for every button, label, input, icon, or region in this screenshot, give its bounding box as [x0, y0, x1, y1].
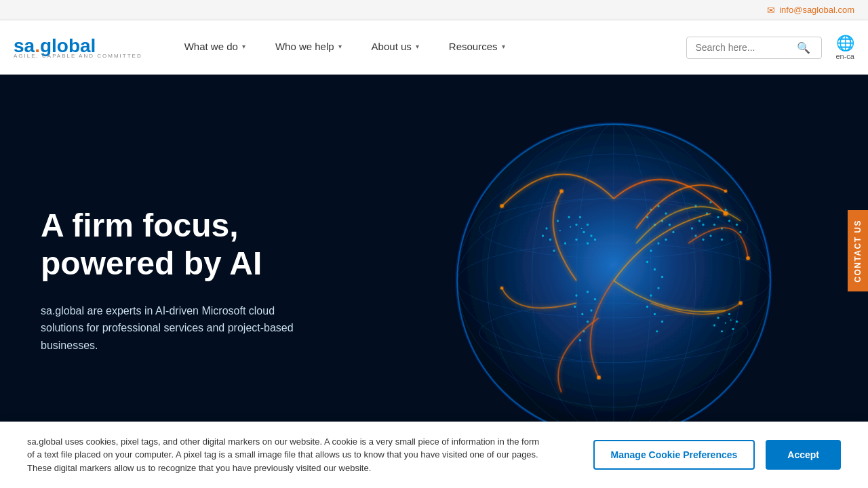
svg-point-83 — [579, 339, 581, 341]
chevron-down-icon: ▾ — [416, 43, 419, 50]
svg-point-69 — [736, 321, 738, 323]
svg-point-15 — [575, 224, 577, 226]
svg-point-21 — [542, 235, 544, 237]
svg-point-19 — [553, 249, 555, 251]
email-icon: ✉ — [767, 5, 775, 16]
svg-point-22 — [579, 216, 581, 218]
svg-point-45 — [650, 294, 652, 296]
svg-point-71 — [721, 330, 723, 332]
svg-point-78 — [590, 309, 592, 311]
chevron-down-icon: ▾ — [338, 43, 342, 50]
svg-point-75 — [575, 294, 577, 296]
svg-point-13 — [557, 220, 559, 222]
navbar: sa.global AGILE, CAPABLE AND COMMITTED W… — [0, 20, 868, 75]
svg-point-84 — [724, 211, 728, 216]
accept-cookies-button[interactable]: Accept — [766, 440, 841, 470]
svg-point-70 — [732, 328, 734, 330]
chevron-down-icon: ▾ — [502, 43, 505, 50]
globe-icon: 🌐 — [836, 35, 854, 52]
svg-point-40 — [650, 249, 652, 251]
svg-point-36 — [669, 224, 671, 226]
search-button[interactable]: 🔍 — [797, 41, 810, 54]
hero-title: A firm focus, powered by AI — [41, 207, 312, 281]
svg-point-51 — [709, 201, 711, 203]
cookie-buttons: Manage Cookie Preferences Accept — [593, 440, 841, 470]
svg-point-73 — [725, 323, 726, 324]
svg-point-79 — [581, 313, 583, 315]
language-selector[interactable]: 🌐 en-ca — [835, 35, 854, 60]
svg-point-67 — [717, 317, 719, 319]
svg-point-38 — [665, 239, 667, 241]
svg-point-32 — [665, 212, 667, 214]
svg-point-60 — [709, 235, 711, 237]
svg-point-53 — [717, 216, 719, 218]
svg-point-47 — [654, 313, 656, 315]
cookie-banner: sa.global uses cookies, pixel tags, and … — [0, 422, 868, 489]
svg-point-16 — [583, 231, 585, 233]
nav-right: 🔍 🌐 en-ca — [686, 35, 854, 60]
language-text: en-ca — [835, 52, 854, 60]
svg-point-58 — [713, 224, 715, 226]
svg-point-81 — [587, 321, 589, 323]
svg-point-25 — [587, 242, 589, 244]
svg-point-27 — [559, 230, 561, 231]
svg-point-48 — [661, 321, 663, 323]
svg-point-77 — [594, 298, 596, 300]
svg-point-85 — [500, 204, 504, 208]
svg-point-56 — [691, 227, 693, 229]
nav-item-resources[interactable]: Resources ▾ — [434, 20, 520, 75]
svg-point-76 — [587, 291, 589, 293]
search-input[interactable] — [695, 42, 797, 53]
svg-point-74 — [730, 319, 732, 321]
svg-point-24 — [590, 235, 592, 237]
svg-point-66 — [739, 231, 741, 233]
svg-point-49 — [656, 330, 658, 332]
svg-point-52 — [724, 209, 726, 211]
svg-point-28 — [570, 226, 571, 228]
email-text: info@saglobal.com — [779, 5, 854, 15]
svg-point-37 — [672, 231, 674, 233]
svg-point-64 — [728, 220, 730, 222]
svg-point-44 — [657, 287, 659, 289]
nav-links: What we do ▾ Who we help ▾ About us ▾ Re… — [170, 20, 687, 75]
svg-point-26 — [594, 239, 596, 241]
manage-cookies-button[interactable]: Manage Cookie Preferences — [593, 440, 755, 470]
svg-point-89 — [738, 301, 743, 305]
svg-point-14 — [568, 216, 570, 218]
svg-point-86 — [746, 256, 750, 260]
svg-point-17 — [575, 239, 577, 241]
nav-item-about-us[interactable]: About us ▾ — [357, 20, 434, 75]
svg-point-31 — [657, 205, 659, 207]
nav-item-who-we-help[interactable]: Who we help ▾ — [260, 20, 357, 75]
email-link[interactable]: ✉ info@saglobal.com — [767, 5, 854, 16]
top-bar: ✉ info@saglobal.com — [0, 0, 868, 20]
svg-point-46 — [646, 306, 648, 308]
svg-point-41 — [646, 261, 648, 263]
search-box[interactable]: 🔍 — [686, 37, 822, 59]
svg-point-80 — [574, 306, 576, 308]
svg-point-63 — [694, 235, 696, 237]
svg-point-62 — [702, 239, 704, 241]
svg-point-61 — [721, 239, 723, 241]
svg-point-20 — [549, 239, 551, 241]
nav-item-what-we-do[interactable]: What we do ▾ — [170, 20, 260, 75]
chevron-down-icon: ▾ — [242, 43, 245, 50]
cookie-text: sa.global uses cookies, pixel tags, and … — [27, 435, 542, 475]
svg-point-12 — [545, 227, 547, 229]
svg-point-23 — [587, 224, 589, 226]
svg-point-88 — [597, 375, 601, 380]
svg-point-57 — [702, 224, 704, 226]
contact-tab[interactable]: Contact us — [848, 210, 868, 291]
svg-point-87 — [559, 189, 564, 193]
svg-point-18 — [564, 242, 566, 244]
hero-globe — [427, 94, 800, 467]
svg-point-29 — [581, 228, 583, 229]
logo-tagline: AGILE, CAPABLE AND COMMITTED — [14, 53, 142, 59]
hero-content: A firm focus, powered by AI sa.global ar… — [0, 207, 353, 354]
svg-point-68 — [728, 313, 730, 315]
svg-point-42 — [654, 268, 656, 270]
svg-point-39 — [657, 242, 659, 244]
contact-tab-label: Contact us — [853, 220, 863, 283]
logo[interactable]: sa.global AGILE, CAPABLE AND COMMITTED — [14, 37, 142, 59]
svg-point-90 — [724, 190, 727, 192]
